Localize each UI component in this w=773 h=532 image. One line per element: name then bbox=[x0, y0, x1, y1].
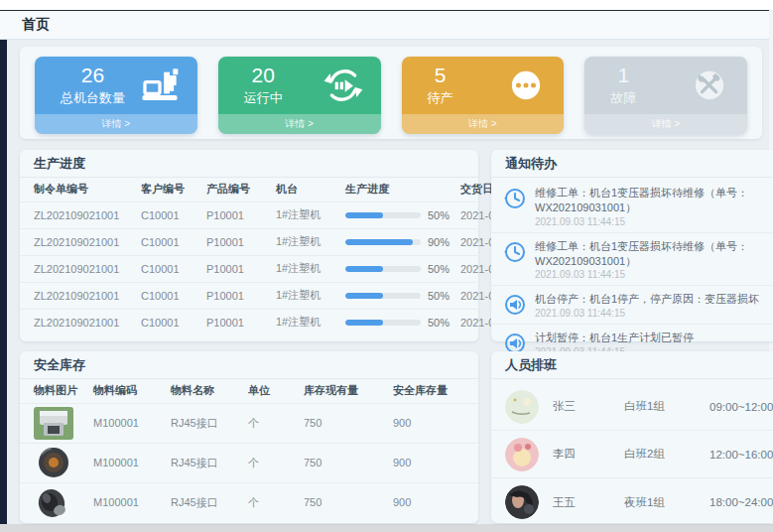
safety-qty: 900 bbox=[389, 482, 478, 522]
progress-bar: 90% bbox=[345, 236, 452, 248]
card-waiting[interactable]: 5 待产 详情 > bbox=[402, 57, 565, 134]
customer-no: C10001 bbox=[137, 282, 202, 309]
notice-time: 2021.09.03 11:44:15 bbox=[535, 308, 773, 319]
product-no: P10001 bbox=[202, 309, 272, 335]
person-name: 李四 bbox=[553, 447, 624, 462]
table-row: ZL202109021001 C10001 P10001 1#注塑机 50% 2… bbox=[20, 255, 534, 282]
notice-time: 2021.09.03 11:44:15 bbox=[535, 216, 773, 227]
inventory-table: 物料图片 物料编码 物料名称 单位 库存现有量 安全库存量 bbox=[20, 379, 478, 522]
col-product-no: 产品编号 bbox=[202, 178, 272, 201]
progress-bar: 50% bbox=[345, 290, 452, 302]
order-no: ZL202109021001 bbox=[20, 309, 137, 335]
list-item: 李四 白班2组 12:00~16:00 bbox=[491, 431, 773, 478]
notices-panel: 通知待办 维修工单：机台1变压器损坏待维修（单号：WX202109031001）… bbox=[491, 150, 773, 341]
list-item[interactable]: 机台停产：机台1停产，停产原因：变压器损坏 2021.09.03 11:44:1… bbox=[491, 286, 773, 325]
notice-text: 维修工单：机台1变压器损坏待维修（单号：WX202109031001） bbox=[535, 239, 773, 269]
inventory-header-row: 物料图片 物料编码 物料名称 单位 库存现有量 安全库存量 bbox=[20, 379, 478, 403]
list-item[interactable]: 维修工单：机台1变压器损坏待维修（单号：WX202109031001） 2021… bbox=[491, 180, 773, 233]
material-unit: 个 bbox=[244, 403, 300, 443]
table-row: M100001 RJ45接口 个 750 900 bbox=[20, 443, 478, 482]
person-name: 王五 bbox=[553, 495, 624, 510]
material-code: M100001 bbox=[89, 403, 167, 443]
table-row: ZL202109021001 C10001 P10001 1#注塑机 50% 2… bbox=[20, 309, 534, 335]
machine-name: 1#注塑机 bbox=[272, 201, 341, 228]
card-main: 1 故障 bbox=[584, 57, 747, 114]
card-main: 26 总机台数量 bbox=[35, 57, 197, 114]
progress-value: 50% bbox=[428, 290, 450, 302]
waiting-label: 待产 bbox=[428, 89, 453, 107]
order-no: ZL202109021001 bbox=[20, 255, 137, 282]
material-code: M100001 bbox=[89, 482, 167, 522]
clock-icon bbox=[503, 187, 527, 210]
speaker-driver-photo bbox=[34, 486, 73, 519]
progress-value: 90% bbox=[428, 236, 450, 248]
progress-bar: 50% bbox=[345, 263, 452, 275]
production-header-row: 制令单编号 客户编号 产品编号 机台 生产进度 交货日期 bbox=[20, 178, 534, 201]
total-machines-detail-link[interactable]: 详情 > bbox=[35, 114, 197, 134]
avatar bbox=[505, 485, 539, 519]
progress-bar: 50% bbox=[345, 209, 452, 221]
machine-name: 1#注塑机 bbox=[272, 228, 341, 255]
person-time: 12:00~16:00 bbox=[709, 449, 773, 461]
production-progress-panel: 生产进度 制令单编号 客户编号 产品编号 机台 生产进度 交货日期 ZL2021 bbox=[20, 150, 478, 341]
col-customer-no: 客户编号 bbox=[137, 178, 202, 201]
production-progress-title: 生产进度 bbox=[20, 150, 478, 178]
card-running[interactable]: 20 运行中 详情 > bbox=[218, 57, 381, 134]
machine-name: 1#注塑机 bbox=[272, 282, 341, 309]
notice-text: 计划暂停：机台1生产计划已暂停 bbox=[535, 331, 773, 345]
col-safety-qty: 安全库存量 bbox=[389, 379, 478, 403]
customer-no: C10001 bbox=[137, 255, 202, 282]
rj45-connector-photo bbox=[34, 407, 73, 440]
speaker-icon bbox=[503, 293, 527, 317]
customer-no: C10001 bbox=[137, 201, 202, 228]
col-unit: 单位 bbox=[244, 379, 300, 403]
col-material-code: 物料编码 bbox=[89, 379, 167, 403]
notice-text: 维修工单：机台1变压器损坏待维修（单号：WX202109031001） bbox=[535, 186, 773, 215]
window-top-strip bbox=[0, 0, 773, 10]
total-machines-label: 总机台数量 bbox=[61, 89, 125, 107]
running-detail-link[interactable]: 详情 > bbox=[218, 114, 381, 134]
card-total-machines[interactable]: 26 总机台数量 详情 > bbox=[35, 57, 197, 134]
stock-qty: 750 bbox=[300, 482, 389, 522]
fault-detail-link[interactable]: 详情 > bbox=[584, 114, 747, 134]
person-shift: 白班2组 bbox=[624, 447, 709, 462]
table-row: ZL202109021001 C10001 P10001 1#注塑机 50% 2… bbox=[20, 201, 534, 228]
stat-cards-panel: 26 总机台数量 详情 > bbox=[20, 47, 762, 139]
machine-name: 1#注塑机 bbox=[272, 255, 341, 282]
running-label: 运行中 bbox=[244, 89, 283, 107]
stock-qty: 750 bbox=[300, 403, 389, 443]
col-machine: 机台 bbox=[272, 178, 341, 201]
dashboard-content: 26 总机台数量 详情 > bbox=[7, 40, 769, 524]
safety-inventory-title: 安全库存 bbox=[20, 351, 478, 379]
material-name: RJ45接口 bbox=[167, 482, 244, 522]
progress-value: 50% bbox=[428, 263, 450, 275]
table-row: M100001 RJ45接口 个 750 900 bbox=[20, 482, 478, 522]
customer-no: C10001 bbox=[137, 309, 202, 335]
waiting-detail-link[interactable]: 详情 > bbox=[402, 114, 565, 134]
tab-home[interactable]: 首页 bbox=[0, 16, 71, 34]
list-item: 王五 夜班1组 18:00~24:00 bbox=[491, 478, 773, 526]
product-no: P10001 bbox=[202, 228, 272, 255]
col-stock-qty: 库存现有量 bbox=[300, 379, 389, 403]
tools-icon bbox=[690, 66, 729, 105]
safety-inventory-panel: 安全库存 物料图片 物料编码 物料名称 单位 库存现有量 安全库存量 bbox=[20, 351, 478, 523]
waiting-value: 5 bbox=[435, 64, 447, 87]
notice-text: 机台停产：机台1停产，停产原因：变压器损坏 bbox=[535, 292, 773, 307]
list-item: 张三 白班1组 09:00~12:00 bbox=[491, 383, 773, 431]
product-no: P10001 bbox=[202, 201, 272, 228]
table-row: ZL202109021001 C10001 P10001 1#注塑机 50% 2… bbox=[20, 282, 534, 309]
col-progress: 生产进度 bbox=[341, 178, 456, 201]
person-name: 张三 bbox=[553, 399, 624, 414]
list-item[interactable]: 维修工单：机台1变压器损坏待维修（单号：WX202109031001） 2021… bbox=[491, 233, 773, 287]
running-icon bbox=[323, 66, 363, 105]
personnel-schedule-panel: 人员排班 张三 白班1组 09:00~12:00 李四 白班2组 1 bbox=[491, 351, 773, 523]
material-name: RJ45接口 bbox=[167, 403, 244, 443]
schedule-list: 张三 白班1组 09:00~12:00 李四 白班2组 12:00~16:00 bbox=[491, 379, 773, 530]
customer-no: C10001 bbox=[137, 228, 202, 255]
total-machines-value: 26 bbox=[81, 64, 104, 87]
production-table: 制令单编号 客户编号 产品编号 机台 生产进度 交货日期 ZL202109021… bbox=[20, 178, 534, 335]
progress-value: 50% bbox=[428, 209, 450, 221]
ellipsis-icon bbox=[506, 66, 546, 105]
card-main: 5 待产 bbox=[402, 57, 565, 114]
card-fault[interactable]: 1 故障 详情 > bbox=[584, 57, 747, 134]
